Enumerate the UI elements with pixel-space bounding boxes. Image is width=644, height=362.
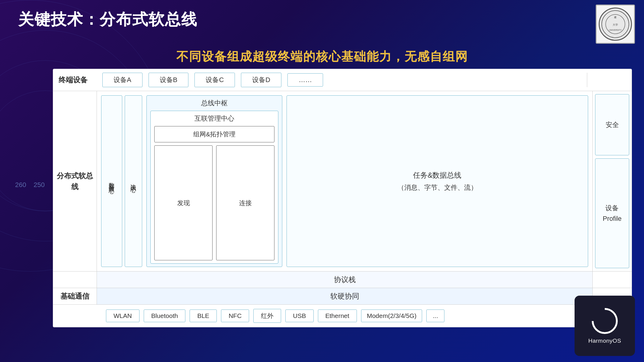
institution-logo: 建 大学 UNIVERSITY (596, 5, 635, 44)
device-a-box: 设备A (102, 73, 143, 87)
harmony-circle-container (591, 307, 618, 335)
device-profile-box: 设备 Profile (595, 158, 629, 268)
task-bus-line2: （消息、字节、文件、流） (398, 182, 477, 194)
distributed-bus-label: 分布式软总线 (53, 91, 97, 271)
distributed-bus-row: 分布式软总线 数据与计算中心 决策中心 总线中枢 互联管理中心 组网&拓扑管理 (53, 91, 632, 272)
device-d-box: 设备D (241, 73, 281, 87)
terminal-devices-row: 终端设备 设备A 设备B 设备C 设备D …… (53, 69, 632, 91)
harmony-os-text: HarmonyOS (588, 338, 621, 344)
nfc-box: NFC (221, 310, 249, 322)
interconnect-center-box: 互联管理中心 组网&拓扑管理 发现 连接 (150, 111, 278, 264)
topology-box: 组网&拓扑管理 (154, 126, 274, 142)
protocol-left-spacer (53, 272, 97, 288)
security-box: 安全 (595, 94, 629, 155)
protocol-stack-row: 协议栈 (53, 272, 632, 288)
device-b-box: 设备B (149, 73, 189, 87)
device-list: 设备A 设备B 设备C 设备D …… (102, 73, 587, 87)
task-bus-line1: 任务&数据总线 (413, 169, 461, 182)
bus-hub-title: 总线中枢 (150, 99, 278, 108)
svg-text:建: 建 (614, 16, 617, 19)
device-c-box: 设备C (194, 73, 235, 87)
page-title: 关键技术：分布式软总线 (18, 9, 197, 30)
ble-box: BLE (190, 310, 217, 322)
basic-comm-label: 基础通信 (53, 288, 97, 304)
svg-point-6 (597, 313, 612, 329)
right-stack-col: 安全 设备 Profile (592, 91, 632, 271)
basic-comm-hw-row: 基础通信 软硬协同 (53, 288, 632, 305)
main-diagram: 终端设备 设备A 设备B 设备C 设备D …… 分布式软总线 数据与计算中心 决… (53, 69, 632, 327)
svg-text:大学: 大学 (613, 23, 618, 26)
ethernet-box: Ethernet (318, 310, 357, 322)
protocol-right-spacer (592, 272, 632, 288)
harmonyos-logo: HarmonyOS (575, 296, 635, 356)
bus-middle-content: 数据与计算中心 决策中心 总线中枢 互联管理中心 组网&拓扑管理 发现 连接 (97, 91, 592, 271)
terminal-label: 终端设备 (59, 75, 102, 85)
top-right-spacer (587, 73, 626, 87)
discover-box: 发现 (154, 145, 213, 260)
discover-connect-row: 发现 连接 (154, 145, 274, 260)
gauge-decoration: 260 250 (15, 181, 45, 189)
hw-sw-collab-label: 软硬协同 (97, 288, 592, 304)
device-more-box: …… (287, 73, 323, 87)
connect-box: 连接 (216, 145, 274, 260)
protocol-label: 协议栈 (97, 272, 592, 288)
bluetooth-box: Bluetooth (144, 310, 186, 322)
svg-text:UNIVERSITY: UNIVERSITY (609, 29, 622, 31)
infrared-box: 红外 (253, 309, 281, 323)
comm-tech-row: WLAN Bluetooth BLE NFC 红外 USB Ethernet M… (53, 305, 632, 327)
modem-box: Modem(2/3/4/5G) (361, 310, 422, 322)
interconnect-title: 互联管理中心 (154, 114, 274, 123)
wlan-box: WLAN (106, 310, 139, 322)
subtitle-text: 不同设备组成超级终端的核心基础能力，无感自组网 (0, 48, 644, 65)
task-data-bus-box: 任务&数据总线 （消息、字节、文件、流） (287, 95, 588, 267)
logo-inner-circle: 建 大学 UNIVERSITY (599, 8, 632, 41)
bus-hub-box: 总线中枢 互联管理中心 组网&拓扑管理 发现 连接 (146, 95, 282, 267)
side-vertical-boxes: 数据与计算中心 决策中心 (101, 95, 142, 267)
usb-box: USB (285, 310, 313, 322)
data-compute-box: 数据与计算中心 (101, 95, 122, 267)
more-tech-box: ... (426, 310, 444, 322)
harmony-circle-svg (591, 307, 618, 335)
decision-box: 决策中心 (125, 95, 142, 267)
